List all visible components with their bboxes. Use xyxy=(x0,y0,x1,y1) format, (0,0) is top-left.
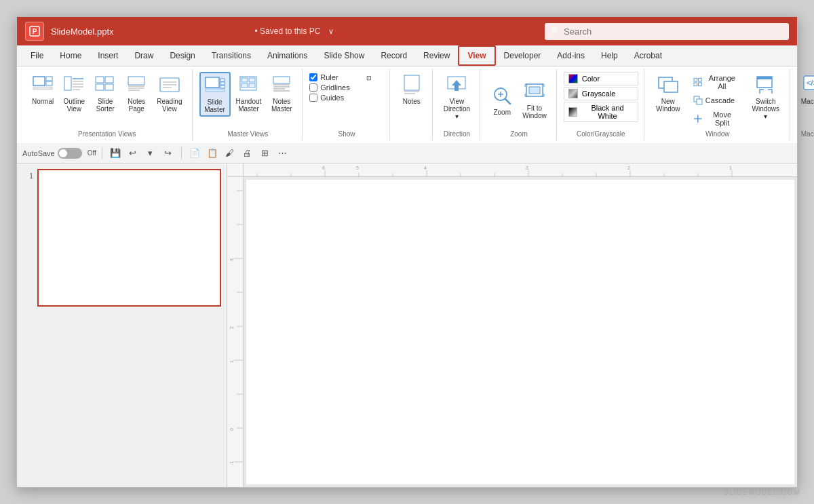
svg-rect-31 xyxy=(249,78,255,82)
slide-thumbnail[interactable] xyxy=(37,169,221,307)
outline-view-icon xyxy=(63,75,85,96)
tab-review[interactable]: Review xyxy=(415,47,458,64)
color-grayscale-items: Color Grayscale Black and White xyxy=(564,72,638,129)
reading-view-button[interactable]: ReadingView xyxy=(153,72,186,115)
svg-text:P: P xyxy=(33,28,37,35)
zoom-button[interactable]: Zoom xyxy=(487,83,517,119)
undo-button[interactable]: ↩ xyxy=(125,146,140,161)
tab-developer[interactable]: Developer xyxy=(496,47,549,64)
grayscale-button[interactable]: Grayscale xyxy=(564,87,638,100)
notes-page-button[interactable]: NotesPage xyxy=(121,72,151,115)
svg-text:2: 2 xyxy=(627,166,630,170)
watermark: SLIDEMODEL.COM xyxy=(723,488,800,496)
svg-rect-13 xyxy=(105,77,113,83)
gridlines-checkbox[interactable] xyxy=(309,83,317,92)
tab-acrobat[interactable]: Acrobat xyxy=(626,47,670,64)
macros-button[interactable]: </> Macros xyxy=(797,72,814,108)
tab-help[interactable]: Help xyxy=(593,47,626,64)
new-window-icon xyxy=(657,75,679,96)
svg-rect-94 xyxy=(227,177,244,487)
grayscale-label: Grayscale xyxy=(582,90,616,98)
direction-group: ViewDirection ▾ Direction xyxy=(434,69,480,140)
handout-master-button[interactable]: HandoutMaster xyxy=(232,72,266,115)
copy-button[interactable]: 📋 xyxy=(205,146,220,161)
fit-to-window-button[interactable]: Fit toWindow xyxy=(518,79,551,122)
svg-rect-16 xyxy=(128,77,144,85)
black-white-button[interactable]: Black and White xyxy=(564,102,638,122)
svg-rect-15 xyxy=(105,84,113,90)
tab-transitions[interactable]: Transitions xyxy=(204,47,259,64)
tab-file[interactable]: File xyxy=(22,47,52,64)
notes-master-button[interactable]: NotesMaster xyxy=(267,72,296,115)
ribbon-tabs: File Home Insert Draw Design Transitions… xyxy=(17,45,797,66)
show-expand-button[interactable]: ⊡ xyxy=(354,72,384,84)
ruler-checkbox[interactable] xyxy=(309,73,317,81)
svg-rect-12 xyxy=(96,77,104,83)
tab-animations[interactable]: Animations xyxy=(259,47,315,64)
tab-draw[interactable]: Draw xyxy=(126,47,161,64)
switch-windows-button[interactable]: SwitchWindows ▾ xyxy=(748,72,784,123)
print-button[interactable]: 🖨 xyxy=(240,146,255,161)
gridlines-checkbox-item[interactable]: Gridlines xyxy=(309,83,349,92)
search-input[interactable] xyxy=(545,23,789,40)
cascade-label: Cascade xyxy=(705,96,735,104)
ruler-checkbox-item[interactable]: Ruler xyxy=(309,73,349,81)
view-direction-button[interactable]: ViewDirection ▾ xyxy=(440,72,474,123)
move-split-button[interactable]: Move Split xyxy=(689,109,743,129)
new-window-button[interactable]: NewWindow xyxy=(651,72,685,115)
redo-button[interactable]: ↪ xyxy=(161,146,176,161)
color-button[interactable]: Color xyxy=(564,72,638,85)
insert-table[interactable]: ⊞ xyxy=(258,146,273,161)
svg-rect-49 xyxy=(529,87,540,94)
zoom-group: Zoom xyxy=(482,69,557,140)
fit-to-window-label: Fit toWindow xyxy=(522,104,547,119)
tab-design[interactable]: Design xyxy=(161,47,203,64)
undo-dropdown[interactable]: ▾ xyxy=(143,146,158,161)
guides-checkbox-item[interactable]: Guides xyxy=(309,94,349,102)
view-direction-icon xyxy=(446,75,467,96)
slide-thumb-row: 1 xyxy=(22,169,221,307)
saved-chevron[interactable]: ∨ xyxy=(328,27,334,36)
ruler-top-svg: 6 5 4 3 2 1 xyxy=(244,163,797,177)
slide-master-button[interactable]: SlideMaster xyxy=(199,72,231,117)
guides-checkbox[interactable] xyxy=(309,94,317,102)
notes-button[interactable]: Notes xyxy=(397,72,427,108)
reading-view-label: ReadingView xyxy=(157,98,182,113)
direction-items: ViewDirection ▾ xyxy=(440,72,474,129)
new-slide-button[interactable]: 📄 xyxy=(187,146,202,161)
svg-text:3: 3 xyxy=(229,258,234,261)
notes-master-icon xyxy=(271,75,292,96)
zoom-icon xyxy=(491,85,513,107)
svg-line-45 xyxy=(505,99,510,104)
slide-sorter-button[interactable]: SlideSorter xyxy=(90,72,120,115)
format-painter[interactable]: 🖌 xyxy=(222,146,237,161)
outline-view-button[interactable]: OutlineView xyxy=(59,72,89,115)
svg-rect-25 xyxy=(220,79,225,81)
macros-group: </> Macros Macros xyxy=(792,69,814,140)
more-options[interactable]: ⋯ xyxy=(275,146,290,161)
arrange-all-button[interactable]: Arrange All xyxy=(689,72,743,92)
normal-button[interactable]: Normal xyxy=(28,72,58,108)
tab-insert[interactable]: Insert xyxy=(90,47,126,64)
toolbar-separator-2 xyxy=(181,147,182,159)
fit-to-window-icon xyxy=(524,81,545,103)
svg-rect-39 xyxy=(404,75,419,90)
svg-rect-27 xyxy=(220,85,225,88)
svg-text:1: 1 xyxy=(229,360,234,363)
save-button[interactable]: 💾 xyxy=(108,146,123,161)
guides-label: Guides xyxy=(320,94,344,102)
svg-text:-1: -1 xyxy=(229,461,234,465)
tab-addins[interactable]: Add-ins xyxy=(549,47,593,64)
svg-text:6: 6 xyxy=(322,166,325,170)
tab-home[interactable]: Home xyxy=(52,47,90,64)
black-white-label: Black and White xyxy=(581,104,633,120)
cascade-button[interactable]: Cascade xyxy=(689,94,743,107)
autosave-label: AutoSave xyxy=(22,149,55,157)
direction-group-label: Direction xyxy=(440,130,474,138)
tab-view[interactable]: View xyxy=(458,45,495,66)
notes-page-label: NotesPage xyxy=(128,98,145,113)
tab-record[interactable]: Record xyxy=(372,47,415,64)
autosave-toggle[interactable] xyxy=(58,148,82,159)
tab-slideshow[interactable]: Slide Show xyxy=(315,47,372,64)
svg-rect-33 xyxy=(249,83,255,88)
